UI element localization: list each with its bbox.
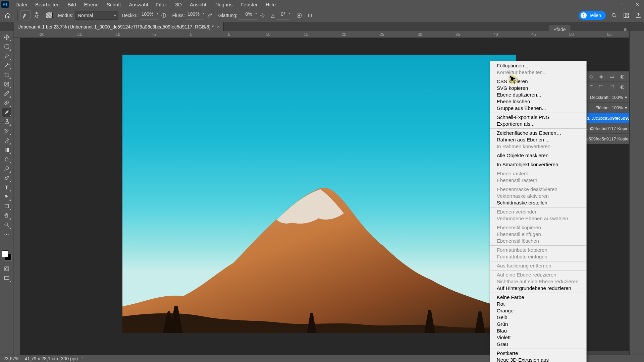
ctx-item: Aus Isolierung entfernen	[490, 262, 586, 269]
ctx-item[interactable]: Schnittmaske erstellen	[490, 199, 586, 206]
eyedropper-tool[interactable]	[2, 89, 11, 98]
path-select-tool[interactable]	[2, 192, 11, 201]
export-icon[interactable]	[635, 12, 642, 19]
workspace-icon[interactable]	[623, 12, 630, 19]
angle-field[interactable]: 0°	[276, 11, 290, 19]
frame-tool[interactable]	[2, 80, 11, 88]
filter-icon[interactable]: ◐	[620, 73, 625, 79]
doc-info-arrow[interactable]: 〉	[81, 356, 85, 361]
menu-filter[interactable]: Filter	[153, 1, 170, 8]
stamp-tool[interactable]	[2, 117, 11, 126]
history-brush-tool[interactable]	[2, 127, 11, 135]
opacity-field[interactable]: 100%	[140, 11, 158, 19]
smart-filter-icon[interactable]: ◐	[620, 84, 625, 90]
ctx-item[interactable]: Rahmen aus Ebenen ...	[490, 136, 586, 143]
opacity-value[interactable]: 100%	[612, 95, 623, 100]
fill-value[interactable]: 100%	[612, 105, 623, 110]
ctx-item[interactable]: Exportieren als...	[490, 121, 586, 127]
shape-tool[interactable]	[2, 202, 11, 210]
share-button[interactable]: Teilen	[579, 11, 606, 20]
zoom-level[interactable]: 23,67%	[3, 356, 19, 361]
pressure-opacity-icon[interactable]	[159, 11, 168, 20]
ctx-item[interactable]: Violett	[490, 334, 586, 341]
menu-auswahl[interactable]: Auswahl	[126, 1, 152, 8]
ctx-item[interactable]: Fülloptionen...	[490, 62, 586, 69]
ctx-item[interactable]: Alle Objekte maskieren	[490, 152, 586, 159]
color-swatches[interactable]	[2, 250, 12, 260]
wand-tool[interactable]	[2, 61, 11, 70]
ctx-item[interactable]: Auf Hintergrundebene reduzieren	[490, 285, 586, 292]
menu-fenster[interactable]: Fenster	[237, 1, 261, 8]
menu-hilfe[interactable]: Hilfe	[262, 1, 279, 8]
ctx-item[interactable]: In Smartobjekt konvertieren	[490, 161, 586, 168]
filter-icon[interactable]: ◇	[589, 73, 593, 79]
ctx-item[interactable]: Gelb	[490, 314, 586, 321]
ctx-item[interactable]: CSS kopieren	[490, 78, 586, 85]
ctx-item[interactable]: Grau	[490, 341, 586, 348]
ctx-item[interactable]: Schnell-Export als PNG	[490, 114, 586, 121]
type-filter-icon[interactable]: T	[590, 84, 593, 90]
heal-tool[interactable]	[2, 99, 11, 107]
ctx-item[interactable]: SVG kopieren	[490, 85, 586, 92]
zoom-tool[interactable]	[2, 221, 11, 229]
flow-field[interactable]: 100%	[186, 11, 204, 19]
pressure-size-icon[interactable]	[295, 11, 304, 20]
ctx-item[interactable]: Orange	[490, 307, 586, 314]
menu-ansicht[interactable]: Ansicht	[186, 1, 210, 8]
move-tool[interactable]	[2, 33, 11, 42]
ctx-item[interactable]: Rot	[490, 301, 586, 307]
blend-mode-dropdown[interactable]: Normal	[75, 11, 118, 20]
search-icon[interactable]	[610, 12, 618, 19]
menu-schrift[interactable]: Schrift	[103, 1, 124, 8]
ctx-item[interactable]: Blau	[490, 327, 586, 334]
marquee-tool[interactable]	[2, 42, 11, 51]
ctx-item[interactable]: Ebene löschen	[490, 98, 586, 105]
smoothing-field[interactable]: 0%	[239, 11, 257, 19]
menu-3d[interactable]: 3D	[172, 1, 185, 8]
ctx-item[interactable]: Neue 3D-Extrusion aus ausgewählter Ebene	[490, 357, 586, 362]
minimize-icon[interactable]: —	[605, 1, 610, 7]
adjust-filter-icon[interactable]: ⬚	[609, 84, 614, 90]
filter-icon[interactable]: ▭	[609, 73, 614, 79]
pen-tool[interactable]	[2, 174, 11, 182]
crop-tool[interactable]	[2, 70, 11, 79]
brush-settings-button[interactable]	[45, 11, 54, 20]
maximize-icon[interactable]: □	[620, 1, 625, 7]
symmetry-icon[interactable]	[306, 11, 314, 20]
pixel-filter-icon[interactable]: ⬚	[599, 84, 603, 90]
menu-bild[interactable]: Bild	[64, 1, 79, 8]
ctx-item[interactable]: Ebene duplizieren...	[490, 92, 586, 98]
more-tools[interactable]: ⋯	[2, 230, 11, 239]
home-button[interactable]	[2, 11, 13, 20]
menu-bearbeiten[interactable]: Bearbeiten	[32, 1, 63, 8]
dodge-tool[interactable]	[2, 164, 11, 173]
ctx-item[interactable]: Grün	[490, 321, 586, 327]
quick-mask-tool[interactable]	[2, 264, 11, 273]
close-icon[interactable]: ✕	[635, 1, 640, 7]
smoothing-options-icon[interactable]	[258, 11, 267, 20]
screen-mode-tool[interactable]	[2, 274, 11, 283]
ctx-item[interactable]: Gruppe aus Ebenen...	[490, 105, 586, 112]
tool-preset-picker[interactable]	[20, 10, 31, 20]
airbrush-icon[interactable]	[205, 11, 214, 20]
menu-plug-ins[interactable]: Plug-ins	[211, 1, 236, 8]
edit-toolbar[interactable]: ⋯	[2, 239, 11, 248]
menu-ebene[interactable]: Ebene	[81, 1, 102, 8]
brush-tool[interactable]	[2, 108, 11, 117]
type-tool[interactable]	[2, 183, 11, 192]
filter-icon[interactable]: ◈	[599, 73, 603, 79]
blur-tool[interactable]	[2, 155, 11, 164]
ctx-item[interactable]: Keine Farbe	[490, 294, 586, 301]
ctx-item[interactable]: Postkarte	[490, 350, 586, 357]
close-tab-icon[interactable]: ×	[217, 24, 220, 29]
eraser-tool[interactable]	[2, 136, 11, 145]
gradient-tool[interactable]	[2, 145, 11, 154]
ctx-item: In Rahmen konvertieren	[490, 143, 586, 150]
ctx-item[interactable]: Zeichenfläche aus Ebenen…	[490, 130, 586, 136]
brush-preset-picker[interactable]: 87	[32, 9, 41, 21]
svg-point-5	[298, 15, 300, 16]
hand-tool[interactable]	[2, 211, 11, 220]
menu-datei[interactable]: Datei	[12, 1, 31, 8]
lasso-tool[interactable]	[2, 52, 11, 60]
document-tab[interactable]: Unbenannt-1 bei 23,7% (Unbenannt-1_0000_…	[14, 22, 224, 31]
